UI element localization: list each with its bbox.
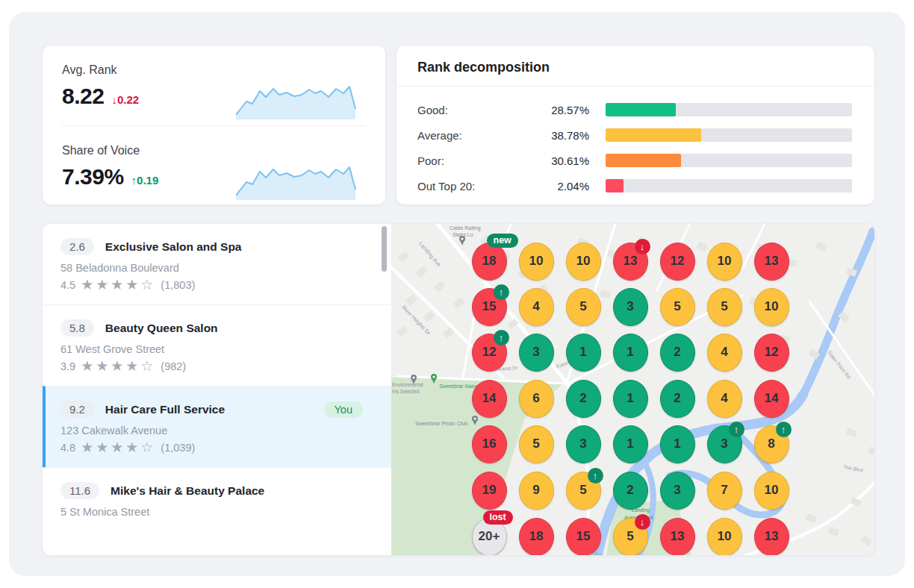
business-address: 123 Cakewalk Avenue: [60, 425, 373, 437]
map-rank-marker[interactable]: 13: [754, 243, 789, 281]
map-rank-marker[interactable]: 4: [519, 288, 554, 326]
rank-number: 8: [768, 437, 774, 451]
review-count: (1,039): [161, 442, 195, 454]
map-rank-marker[interactable]: 13: [754, 518, 789, 556]
avg-rank-delta-value: 0.22: [117, 93, 139, 106]
map-rank-marker[interactable]: 5: [707, 288, 742, 326]
map-rank-marker[interactable]: 3: [613, 288, 648, 326]
map-rank-marker[interactable]: 9: [519, 472, 554, 510]
arrow-up-icon: ↑: [781, 424, 786, 435]
map-rank-marker[interactable]: 12: [660, 243, 695, 281]
map-rank-marker[interactable]: 10: [566, 243, 601, 281]
rank-number: 13: [624, 254, 638, 269]
map-rank-marker[interactable]: 10: [707, 243, 742, 281]
rank-number: 10: [718, 254, 732, 269]
you-badge: You: [324, 401, 363, 418]
rank-number: 1: [627, 345, 633, 360]
map-rank-marker[interactable]: 13↓: [613, 243, 648, 281]
map-rank-marker[interactable]: 3↑: [707, 425, 742, 463]
map-rank-marker[interactable]: 2: [660, 334, 695, 372]
avg-rank-label: Avg. Rank: [62, 63, 366, 77]
map[interactable]: Cable RailingStairs LoLanding AveRiver H…: [391, 224, 874, 555]
rank-decomposition-row: Average:38.78%: [417, 126, 852, 144]
rank-number: 18: [529, 529, 544, 544]
map-rank-marker[interactable]: 12: [754, 334, 789, 372]
share-of-voice-sparkline: [236, 160, 369, 201]
map-rank-marker[interactable]: 3: [660, 472, 695, 510]
map-rank-marker[interactable]: 5↓: [613, 518, 648, 556]
map-rank-marker[interactable]: 2: [566, 380, 601, 418]
decomp-value: 30.61%: [511, 154, 589, 167]
map-rank-marker[interactable]: 4: [707, 334, 742, 372]
map-label: Cable Railing: [450, 225, 481, 231]
map-rank-marker[interactable]: 13: [660, 518, 695, 556]
rank-number: 9: [532, 483, 539, 498]
map-rank-marker[interactable]: 20+lost: [472, 518, 507, 556]
map-rank-marker[interactable]: 15: [566, 518, 601, 556]
map-rank-marker[interactable]: 1: [613, 380, 648, 418]
rank-badge: 2.6: [60, 238, 94, 255]
map-rank-marker[interactable]: 1: [566, 334, 601, 372]
rank-number: 19: [482, 483, 497, 498]
arrow-down-icon: ↓: [640, 241, 645, 252]
business-list-item[interactable]: 9.2Hair Care Full ServiceYou123 Cakewalk…: [43, 386, 391, 467]
avg-rank-value: 8.22: [62, 84, 104, 109]
rank-decomposition-rows: Good:28.57%Average:38.78%Poor:30.61%Out …: [397, 87, 874, 195]
rank-number: 10: [576, 254, 591, 269]
map-rank-marker[interactable]: 16: [472, 425, 507, 463]
rank-number: 5: [674, 299, 680, 314]
decomp-progress-bar: [606, 128, 852, 142]
map-rank-marker[interactable]: 12↑: [472, 334, 507, 372]
map-rank-marker[interactable]: 3: [519, 334, 554, 372]
map-rank-marker[interactable]: 6: [519, 380, 554, 418]
map-rank-marker[interactable]: 5↑: [566, 472, 601, 510]
map-rank-marker[interactable]: 2: [613, 472, 648, 510]
map-rank-marker[interactable]: 10: [754, 472, 789, 510]
map-rank-marker[interactable]: 10: [519, 243, 554, 281]
rank-number: 20+: [479, 529, 500, 544]
map-rank-marker[interactable]: 18new: [472, 243, 507, 281]
map-rank-marker[interactable]: 5: [660, 288, 695, 326]
rank-number: 3: [532, 345, 539, 360]
map-rank-marker[interactable]: 3: [566, 425, 601, 463]
rank-number: 12: [482, 345, 497, 360]
map-rank-marker[interactable]: 8↑: [754, 425, 789, 463]
map-rank-marker[interactable]: 1: [660, 425, 695, 463]
rank-badge: 5.8: [60, 319, 94, 337]
business-list[interactable]: 2.6Exclusive Salon and Spa58 Beladonna B…: [43, 224, 391, 555]
scrollbar-thumb[interactable]: [382, 226, 387, 272]
rank-number: 5: [532, 437, 539, 451]
map-rank-marker[interactable]: 15↑: [472, 288, 507, 326]
rank-number: 6: [532, 391, 539, 406]
map-rank-marker[interactable]: 1: [613, 425, 648, 463]
star-rating-icons: ★★★★☆: [81, 440, 155, 454]
avg-rank-metric: Avg. Rank 8.22 ↓0.22: [43, 46, 385, 125]
lost-badge: lost: [483, 510, 513, 525]
rank-number: 1: [627, 437, 633, 451]
rank-number: 2: [627, 483, 633, 498]
up-arrow-icon: ↑: [131, 174, 137, 187]
map-rank-marker[interactable]: 5: [519, 425, 554, 463]
business-title-row: 5.8Beauty Queen Salon: [60, 319, 373, 337]
business-address: 58 Beladonna Boulevard: [60, 262, 373, 274]
map-rank-marker[interactable]: 5: [566, 288, 601, 326]
map-rank-marker[interactable]: 4: [707, 380, 742, 418]
map-rank-marker[interactable]: 14: [754, 380, 789, 418]
business-list-item[interactable]: 5.8Beauty Queen Salon61 West Grove Stree…: [43, 304, 391, 386]
map-rank-marker[interactable]: 19: [472, 472, 507, 510]
map-rank-marker[interactable]: 18: [519, 518, 554, 556]
rank-number: 15: [482, 299, 497, 314]
map-rank-marker[interactable]: 1: [613, 334, 648, 372]
map-rank-marker[interactable]: 14: [472, 380, 507, 418]
down-arrow-icon: ↓: [111, 93, 117, 106]
business-list-item[interactable]: 11.6Mike's Hair & Beauty Palace5 St Moni…: [43, 467, 391, 531]
map-rank-marker[interactable]: 10: [754, 288, 789, 326]
decomp-progress-fill: [606, 154, 681, 167]
rank-number: 5: [579, 483, 586, 498]
rank-number: 4: [721, 391, 727, 406]
map-rank-marker[interactable]: 10: [707, 518, 742, 556]
dashboard-frame: Avg. Rank 8.22 ↓0.22 Share of Voice 7.39…: [9, 12, 905, 576]
map-rank-marker[interactable]: 7: [707, 472, 742, 510]
business-list-item[interactable]: 2.6Exclusive Salon and Spa58 Beladonna B…: [43, 224, 391, 304]
map-rank-marker[interactable]: 2: [660, 380, 695, 418]
